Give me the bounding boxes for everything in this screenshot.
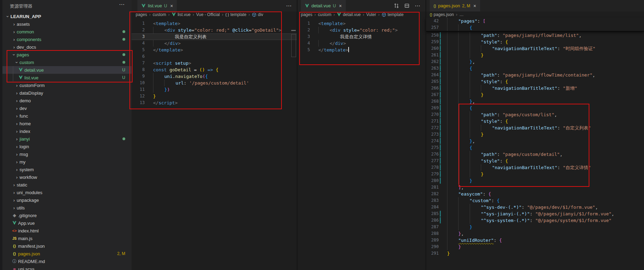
tree-item-uni.scss[interactable]: ≈uni.scss bbox=[2, 265, 132, 270]
code-editor[interactable]: 1<template>2<div style="color: red;">3 我… bbox=[297, 18, 426, 53]
tab-detail.vue[interactable]: detail.vueU× bbox=[301, 0, 346, 11]
tree-item-main.js[interactable]: JSmain.js bbox=[2, 235, 132, 242]
token: "navigationBarTitleText" bbox=[492, 46, 557, 51]
line-number: 282 bbox=[426, 191, 439, 197]
code-text: "path": "pages/jianyi/flowTime/container… bbox=[447, 72, 595, 78]
close-icon[interactable]: × bbox=[474, 3, 476, 9]
tree-item-demo[interactable]: ›demo bbox=[2, 97, 132, 104]
tree-item-jianyi[interactable]: ›jianyi bbox=[2, 135, 132, 143]
code-text: } bbox=[447, 224, 472, 230]
breadcrumb-item[interactable]: Vue - Official bbox=[196, 12, 220, 17]
code-text: { bbox=[447, 105, 472, 111]
tree-item-func[interactable]: ›func bbox=[2, 112, 132, 120]
breadcrumb-item[interactable]: pages bbox=[301, 12, 312, 17]
tree-item-list.vue[interactable]: list.vueU bbox=[2, 74, 132, 81]
breadcrumb-item[interactable]: pages bbox=[136, 12, 147, 17]
tree-item-unpackage[interactable]: ›unpackage bbox=[2, 196, 132, 204]
line-number: 3 bbox=[297, 33, 310, 40]
tree-item-common[interactable]: ›common bbox=[2, 28, 132, 35]
close-icon[interactable]: × bbox=[339, 3, 342, 9]
token bbox=[480, 18, 483, 24]
indent-guide bbox=[447, 151, 458, 158]
more-icon[interactable]: ⋯ bbox=[415, 2, 421, 9]
tree-item-msg[interactable]: ›msg bbox=[2, 150, 132, 158]
token bbox=[500, 72, 503, 78]
tab-status-badge: U bbox=[164, 3, 167, 8]
tab-bar: {}pages.json2, M× bbox=[426, 0, 644, 11]
minimap-slider[interactable] bbox=[291, 34, 296, 57]
tab-list.vue[interactable]: list.vueU× bbox=[137, 0, 177, 11]
tree-item-utils[interactable]: ›utils bbox=[2, 204, 132, 212]
split-icon[interactable] bbox=[404, 3, 410, 8]
breadcrumb-item[interactable]: detail.vue bbox=[337, 12, 360, 17]
token: , bbox=[595, 205, 598, 210]
tree-item-LEARUN_APP[interactable]: ›LEARUN_APP bbox=[2, 13, 132, 20]
tree-item-dev_docs[interactable]: ›dev_docs bbox=[2, 43, 132, 51]
breadcrumb-item[interactable]: div bbox=[252, 12, 263, 17]
tab-pages.json[interactable]: {}pages.json2, M× bbox=[430, 0, 480, 11]
tree-item-assets[interactable]: ›assets bbox=[2, 20, 132, 28]
code-text: <div style="color: red;"> bbox=[318, 27, 398, 33]
tree-item-home[interactable]: ›home bbox=[2, 120, 132, 127]
line-number: 274 bbox=[426, 138, 439, 144]
close-icon[interactable]: × bbox=[170, 3, 173, 9]
breadcrumb-item[interactable]: {}pages.json bbox=[430, 12, 454, 17]
editor-group-divider[interactable] bbox=[426, 0, 426, 270]
breadcrumb-item[interactable]: custom bbox=[153, 12, 166, 17]
tree-item-my[interactable]: ›my bbox=[2, 158, 132, 166]
code-editor[interactable]: 258"path": "pages/jianyi/flowTime/list",… bbox=[426, 32, 644, 257]
chevron-right-icon: › bbox=[11, 45, 17, 50]
tree-item-components[interactable]: ›components bbox=[2, 35, 132, 43]
indent-guide bbox=[470, 111, 481, 118]
json-icon: {} bbox=[11, 252, 17, 256]
tree-item-login[interactable]: ›login bbox=[2, 143, 132, 150]
editor-group-divider[interactable] bbox=[297, 0, 297, 270]
code-text: url: '/pages/custom/detail' bbox=[153, 80, 249, 86]
tree-item-label: LEARUN_APP bbox=[10, 14, 41, 19]
code-editor[interactable]: 1<template>2<div style="color: red;" @cl… bbox=[132, 18, 297, 106]
tree-item-pages[interactable]: ›pages bbox=[2, 51, 132, 58]
tree-item-.gitignore[interactable]: ◈.gitignore bbox=[2, 212, 132, 219]
tree-item-custom[interactable]: ›custom bbox=[2, 58, 132, 66]
breadcrumb-item[interactable]: list.vue bbox=[172, 12, 190, 17]
tree-item-label: utils bbox=[17, 205, 25, 211]
tab-status-badge: U bbox=[333, 3, 336, 8]
breadcrumb-label: div bbox=[258, 12, 263, 17]
token: , bbox=[461, 231, 464, 236]
indent-guide bbox=[447, 204, 458, 211]
tree-item-App.vue[interactable]: App.vue bbox=[2, 219, 132, 227]
indent-guide bbox=[458, 144, 469, 151]
compare-icon[interactable] bbox=[394, 3, 399, 8]
code-text: </template> bbox=[318, 47, 349, 53]
indent-guide bbox=[447, 184, 458, 191]
breadcrumb-item[interactable]: template bbox=[382, 12, 404, 17]
more-icon[interactable]: ⋯ bbox=[286, 2, 292, 9]
tree-item-index.html[interactable]: <>index.html bbox=[2, 227, 132, 235]
explorer-sidebar: 资源管理器 ⋯ ›LEARUN_APP›assets›common›compon… bbox=[0, 0, 132, 270]
tree-item-dev[interactable]: ›dev bbox=[2, 104, 132, 112]
minimap[interactable] bbox=[291, 18, 296, 66]
code-text: const goDetail = () => { bbox=[153, 66, 218, 73]
tree-item-static[interactable]: ›static bbox=[2, 181, 132, 189]
tree-item-index[interactable]: ›index bbox=[2, 127, 132, 135]
tree-item-detail.vue[interactable]: detail.vueU bbox=[2, 66, 132, 74]
tree-item-manifest.json[interactable]: {}manifest.json bbox=[2, 242, 132, 250]
code-text: "easycom": { bbox=[447, 191, 491, 197]
breadcrumb-item[interactable]: { }template bbox=[225, 12, 246, 17]
tree-item-README.md[interactable]: ⓘREADME.md bbox=[2, 257, 132, 265]
tree-item-dataDisplay[interactable]: ›dataDisplay bbox=[2, 89, 132, 97]
more-actions-icon[interactable]: ⋯ bbox=[119, 1, 125, 8]
token: "navigationBarTitleText" bbox=[492, 86, 557, 91]
tree-item-system[interactable]: ›system bbox=[2, 166, 132, 173]
breadcrumb-item[interactable]: … bbox=[459, 12, 463, 17]
indent-guide bbox=[470, 131, 481, 138]
tree-item-uni_modules[interactable]: ›uni_modules bbox=[2, 189, 132, 196]
indent-guide bbox=[447, 125, 458, 131]
sticky-scroll[interactable]: 42"pages": [257{ bbox=[426, 18, 644, 31]
tree-item-pages.json[interactable]: {}pages.json2, M bbox=[2, 250, 132, 257]
tree-item-workflow[interactable]: ›workflow bbox=[2, 173, 132, 181]
breadcrumb-item[interactable]: Vuter bbox=[366, 12, 376, 17]
token: : bbox=[500, 79, 503, 84]
breadcrumb-item[interactable]: custom bbox=[318, 12, 332, 17]
tree-item-customForm[interactable]: ›customForm bbox=[2, 81, 132, 89]
